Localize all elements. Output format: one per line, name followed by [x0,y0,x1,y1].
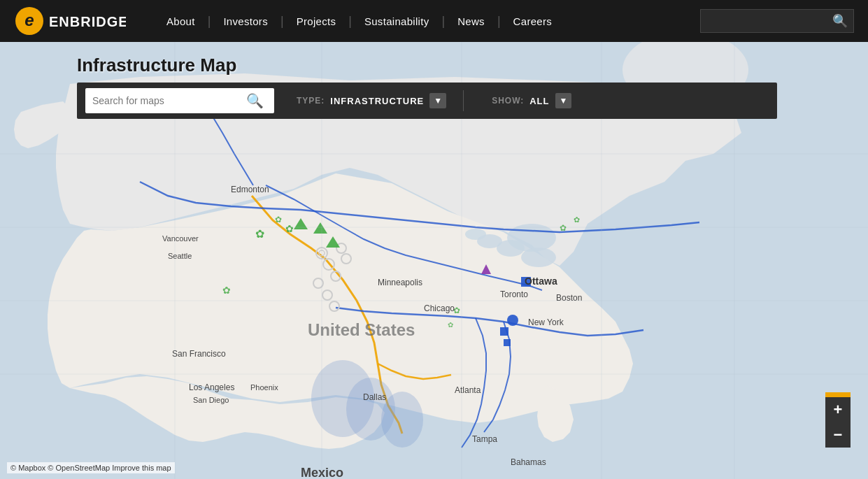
zoom-out-button[interactable]: − [825,422,851,448]
filter-bar: 🔍 TYPE: INFRASTRUCTURE ▼ SHOW: ALL ▼ [77,83,777,119]
nav-projects[interactable]: Projects [284,15,349,27]
zoom-controls: + − [825,397,851,448]
svg-text:Boston: Boston [556,293,582,303]
header-search-input[interactable] [706,16,832,27]
enbridge-logo[interactable]: e ENBRIDGE [14,6,126,36]
zoom-in-button[interactable]: + [825,397,851,422]
show-dropdown[interactable]: ALL ▼ [529,93,571,108]
svg-text:Seattle: Seattle [168,252,192,260]
svg-text:San Francisco: San Francisco [172,349,226,359]
nav-about[interactable]: About [154,15,208,27]
header-search-box[interactable]: 🔍 [700,9,854,33]
svg-text:✿: ✿ [560,223,567,233]
logo-area[interactable]: e ENBRIDGE [14,6,126,36]
svg-text:Bahamas: Bahamas [511,457,546,467]
svg-text:Toronto: Toronto [500,289,528,299]
page-title: Infrastructure Map [77,55,236,76]
svg-text:✿: ✿ [222,285,231,296]
map-container[interactable]: ✿ ✿ ✿ ✿ ✿ ✿ ✿ ✿ Edmonton Van [0,42,868,479]
svg-text:Atlanta: Atlanta [455,385,481,395]
svg-point-8 [465,229,486,240]
nav-careers[interactable]: Careers [501,15,564,27]
type-filter-section: TYPE: INFRASTRUCTURE ▼ [285,93,446,108]
show-filter-section: SHOW: ALL ▼ [481,93,571,108]
map-search-input[interactable] [92,95,246,106]
show-value: ALL [529,96,549,106]
header-search-icon[interactable]: 🔍 [832,13,848,29]
type-dropdown[interactable]: INFRASTRUCTURE ▼ [330,93,446,108]
svg-text:✿: ✿ [255,228,264,240]
svg-text:Ottawa: Ottawa [525,276,557,287]
svg-text:✿: ✿ [448,321,453,329]
svg-text:Tampa: Tampa [472,434,497,444]
svg-text:Mexico: Mexico [301,466,343,479]
svg-point-9 [521,248,556,267]
svg-text:Chicago: Chicago [424,303,455,313]
filter-divider [463,90,464,111]
svg-text:New York: New York [528,317,564,327]
svg-text:✿: ✿ [285,223,294,234]
svg-point-37 [381,392,423,448]
type-dropdown-arrow[interactable]: ▼ [429,93,446,108]
map-attribution: © Mapbox © OpenStreetMap Improve this ma… [7,462,175,473]
svg-text:e: e [24,10,34,29]
type-label: TYPE: [297,96,325,106]
svg-text:San Diego: San Diego [193,396,229,404]
svg-text:Phoenix: Phoenix [250,383,278,392]
type-value: INFRASTRUCTURE [330,96,424,106]
svg-rect-31 [500,327,508,336]
nav-sustainability[interactable]: Sustainability [352,15,442,27]
svg-text:Los Angeles: Los Angeles [189,383,234,392]
svg-text:Vancouver: Vancouver [162,234,199,243]
svg-rect-32 [504,339,511,346]
main-nav: About | Investors | Projects | Sustainab… [154,14,700,29]
svg-text:Minneapolis: Minneapolis [378,278,422,287]
show-label: SHOW: [492,96,524,106]
svg-text:✿: ✿ [275,215,282,224]
svg-text:✿: ✿ [574,215,580,224]
show-dropdown-arrow[interactable]: ▼ [555,93,572,108]
svg-text:United States: United States [308,320,415,339]
header: e ENBRIDGE About | Investors | Projects … [0,0,868,42]
map-search-icon[interactable]: 🔍 [246,92,264,109]
nav-investors[interactable]: Investors [211,15,280,27]
svg-point-33 [507,315,518,326]
svg-text:Edmonton: Edmonton [231,185,269,194]
nav-news[interactable]: News [445,15,497,27]
svg-text:Dallas: Dallas [363,392,386,402]
map-search-wrapper[interactable]: 🔍 [85,88,274,113]
svg-text:ENBRIDGE: ENBRIDGE [49,14,126,29]
